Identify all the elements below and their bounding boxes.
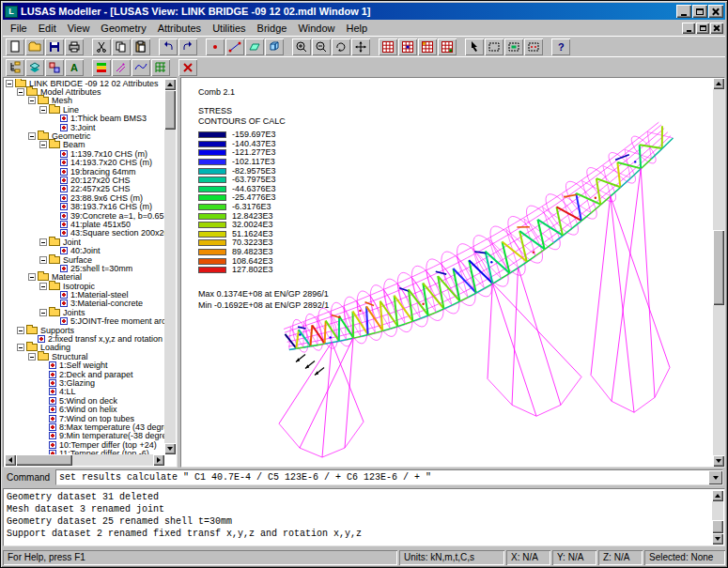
tree-item[interactable]: 3:Joint [51, 123, 164, 131]
tree-scroll-right-button[interactable] [153, 454, 164, 466]
tree-scroll-left-button[interactable] [5, 454, 16, 466]
new-doc-button[interactable] [6, 38, 24, 55]
tree-scroll-thumb-h[interactable] [16, 454, 72, 466]
menu-window[interactable]: Window [292, 22, 340, 35]
view-scroll-track[interactable] [713, 89, 724, 455]
redo-button[interactable] [178, 38, 197, 55]
select-box-button[interactable] [485, 38, 503, 55]
tree-item[interactable]: 6:Wind on helix [39, 405, 164, 413]
treeview-toggle-button[interactable] [6, 59, 24, 76]
deform-toggle-button[interactable] [132, 59, 150, 76]
tree-item[interactable]: 41:plate 451x50 [51, 220, 164, 228]
tree-scroll-track-v[interactable] [164, 90, 176, 443]
groups-toggle-button[interactable] [45, 59, 64, 76]
expander-icon[interactable] [39, 283, 47, 290]
volume-tool-button[interactable] [265, 38, 284, 55]
tree-item[interactable]: 19:bracing 64mm [51, 167, 164, 176]
command-dropdown-button[interactable] [708, 470, 722, 484]
app-logo-icon[interactable]: L [5, 6, 18, 18]
mesh-toggle-button[interactable] [151, 59, 170, 76]
tree-item[interactable]: 9:Min temperature(-38 degree) [39, 432, 164, 440]
expander-icon[interactable] [28, 353, 36, 361]
tree-item[interactable]: Joints [39, 308, 164, 316]
expander-icon[interactable] [17, 88, 24, 96]
expander-icon[interactable] [28, 273, 36, 281]
command-input[interactable] [56, 470, 708, 484]
tree-item[interactable]: 20:127x20 CHS [51, 176, 164, 184]
expander-icon[interactable] [39, 256, 47, 264]
maximize-button[interactable] [692, 5, 707, 18]
surface-tool-button[interactable] [245, 38, 264, 55]
save-button[interactable] [45, 38, 64, 55]
report-grid-button[interactable] [418, 38, 437, 55]
menu-geometry[interactable]: Geometry [95, 22, 151, 35]
copy-button[interactable] [112, 38, 131, 55]
tree-item[interactable]: 1:139.7x10 CHS (m) [51, 149, 164, 158]
contour-toggle-button[interactable] [92, 59, 111, 76]
layers-toggle-button[interactable] [25, 59, 44, 76]
print-button[interactable] [65, 38, 84, 55]
expander-icon[interactable] [39, 141, 47, 148]
tree-item[interactable]: 25:shell t=30mm [51, 264, 164, 272]
tree-item[interactable]: 8:Max temperature (43 degree) [39, 422, 164, 431]
tree-item[interactable]: 1:Material-steel [51, 290, 164, 299]
select-node-button[interactable] [524, 38, 543, 55]
cut-button[interactable] [92, 38, 111, 55]
tree-item[interactable]: Supports [17, 326, 164, 334]
tree-scroll-track-h[interactable] [16, 454, 153, 466]
tree-scroll-thumb-v[interactable] [164, 90, 176, 130]
expander-icon[interactable] [17, 327, 24, 334]
expander-icon[interactable] [17, 344, 24, 351]
point-tool-button[interactable] [206, 38, 225, 55]
minimize-button[interactable] [676, 5, 691, 18]
undo-button[interactable] [159, 38, 178, 55]
tree-item[interactable]: 1:Thick beam BMS3 [51, 115, 164, 123]
child-minimize-button[interactable] [682, 23, 695, 34]
tree-item[interactable]: Surface [39, 255, 164, 264]
pan-view-button[interactable] [351, 38, 370, 55]
zoom-in-button[interactable] [292, 38, 311, 55]
log-scroll-up-button[interactable] [712, 490, 723, 501]
tree-item[interactable]: 14:193.7x20 CHS (m) [51, 159, 164, 167]
tree-item[interactable]: 4:LL [39, 388, 164, 396]
view-scroll-down-button[interactable] [713, 455, 724, 467]
tree-item[interactable]: 10:Temper differ (top +24) [39, 440, 164, 449]
tree-item[interactable]: 38:193.7x16 CHS (m) [51, 202, 164, 210]
solve-grid-button[interactable] [379, 38, 397, 55]
open-folder-button[interactable] [25, 38, 44, 55]
select-element-button[interactable] [504, 38, 523, 55]
select-cursor-button[interactable] [465, 38, 484, 55]
tree-item[interactable]: 5:Wind on deck [39, 396, 164, 405]
tree-item[interactable]: 5:JOINT-free moment around y [51, 317, 164, 326]
tree-item[interactable]: Beam [39, 141, 164, 149]
tree-item[interactable]: 23:88.9x6 CHS (m) [51, 193, 164, 202]
view-scroll-thumb[interactable] [713, 230, 724, 305]
tree-item[interactable]: 22:457x25 CHS [51, 185, 164, 193]
delete-x-button[interactable] [178, 59, 197, 76]
vector-toggle-button[interactable] [112, 59, 131, 76]
options-grid-button[interactable] [438, 38, 457, 55]
tree-item[interactable]: 1:Self weight [39, 361, 164, 370]
log-scroll-down-button[interactable] [712, 533, 723, 545]
menu-view[interactable]: View [62, 22, 96, 35]
expander-icon[interactable] [6, 80, 13, 87]
help-button[interactable]: ? [551, 38, 570, 55]
menu-help[interactable]: Help [341, 22, 374, 35]
menu-file[interactable]: File [5, 22, 33, 35]
paste-button[interactable] [132, 38, 150, 55]
zoom-out-button[interactable] [312, 38, 331, 55]
tree-item[interactable]: 40:Joint [51, 246, 164, 254]
tree-item[interactable]: Isotropic [39, 282, 164, 290]
expander-icon[interactable] [39, 106, 47, 114]
log-scroll-thumb[interactable] [712, 520, 723, 533]
expander-icon[interactable] [39, 238, 47, 246]
menu-attributes[interactable]: Attributes [152, 22, 207, 35]
log-scroll-track[interactable] [712, 501, 723, 533]
tree-item[interactable]: 3:Glazing [39, 378, 164, 387]
tree-item[interactable]: 43:Square section 200x200 [51, 229, 164, 238]
line-tool-button[interactable] [225, 38, 244, 55]
view-scroll-up-button[interactable] [713, 78, 724, 89]
child-restore-button[interactable] [696, 23, 709, 34]
tree-item[interactable]: Joint [39, 238, 164, 246]
tree-item[interactable]: 3:Material-concrete [51, 299, 164, 308]
